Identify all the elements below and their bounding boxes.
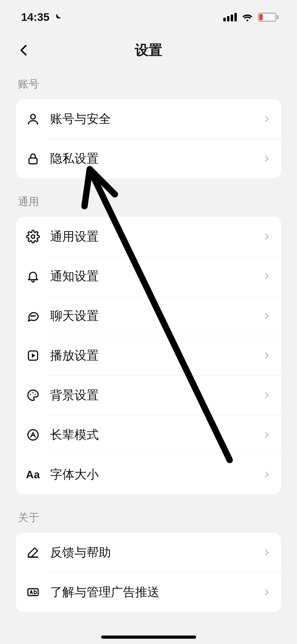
- home-indicator: [101, 636, 196, 639]
- settings-content: 账号 账号与安全 隐私设置 通用 通用设置: [0, 66, 297, 612]
- chevron-right-icon: [263, 352, 271, 359]
- chevron-right-icon: [263, 471, 271, 478]
- section-card-account: 账号与安全 隐私设置: [16, 99, 281, 178]
- section-card-about: 反馈与帮助 了解与管理广告推送: [16, 533, 281, 612]
- row-label: 通知设置: [50, 268, 263, 284]
- row-account-security[interactable]: 账号与安全: [16, 99, 281, 139]
- chevron-right-icon: [263, 312, 271, 320]
- section-header-about: 关于: [16, 494, 281, 533]
- row-label: 通用设置: [50, 228, 263, 245]
- svg-point-3: [31, 316, 31, 316]
- ad-icon: [24, 585, 42, 599]
- svg-point-8: [32, 392, 34, 393]
- svg-point-2: [31, 235, 35, 238]
- row-label: 了解与管理广告推送: [50, 584, 263, 600]
- row-label: 背景设置: [50, 387, 263, 403]
- row-label: 字体大小: [50, 466, 263, 483]
- palette-icon: [24, 388, 42, 402]
- status-left: 14:35: [21, 11, 62, 24]
- row-label: 聊天设置: [50, 308, 263, 324]
- status-right: 17: [223, 13, 279, 22]
- back-button[interactable]: [16, 42, 32, 58]
- pencil-icon: [24, 546, 42, 559]
- row-label: 长辈模式: [50, 427, 263, 443]
- row-general-settings[interactable]: 通用设置: [16, 217, 281, 256]
- status-time: 14:35: [21, 11, 49, 24]
- row-font-size[interactable]: Aa 字体大小: [16, 455, 281, 494]
- chevron-right-icon: [263, 273, 271, 280]
- svg-point-10: [28, 430, 38, 440]
- svg-point-4: [33, 316, 33, 316]
- row-ad-management[interactable]: 了解与管理广告推送: [16, 572, 281, 612]
- svg-point-9: [35, 394, 36, 395]
- row-label: 反馈与帮助: [50, 544, 263, 561]
- battery-icon: 17: [258, 13, 279, 22]
- section-header-general: 通用: [16, 178, 281, 217]
- row-elder-mode[interactable]: 长辈模式: [16, 415, 281, 455]
- page-title: 设置: [135, 41, 162, 59]
- gear-icon: [24, 230, 42, 243]
- row-label: 账号与安全: [50, 111, 263, 127]
- svg-point-5: [34, 316, 35, 316]
- bell-icon: [24, 269, 42, 283]
- svg-point-0: [31, 114, 35, 119]
- row-label: 播放设置: [50, 347, 263, 364]
- row-playback-settings[interactable]: 播放设置: [16, 336, 281, 375]
- chevron-right-icon: [263, 155, 271, 162]
- section-card-general: 通用设置 通知设置 聊天设置 播放设置: [16, 217, 281, 494]
- row-feedback-help[interactable]: 反馈与帮助: [16, 533, 281, 572]
- moon-icon: [53, 13, 62, 22]
- chevron-left-icon: [18, 44, 30, 56]
- cellular-signal-icon: [223, 13, 237, 21]
- wifi-icon: [242, 13, 253, 22]
- row-privacy[interactable]: 隐私设置: [16, 139, 281, 178]
- user-icon: [24, 112, 42, 126]
- elder-mode-icon: [24, 428, 42, 442]
- lock-icon: [24, 152, 42, 165]
- chevron-right-icon: [263, 549, 271, 556]
- battery-percent: 17: [264, 14, 270, 21]
- status-bar: 14:35 17: [0, 0, 297, 34]
- nav-bar: 设置: [0, 34, 297, 66]
- svg-point-7: [30, 394, 31, 395]
- section-header-account: 账号: [16, 66, 281, 99]
- chevron-right-icon: [263, 115, 271, 123]
- row-background-settings[interactable]: 背景设置: [16, 375, 281, 415]
- row-notification-settings[interactable]: 通知设置: [16, 256, 281, 296]
- chevron-right-icon: [263, 431, 271, 439]
- svg-rect-1: [29, 158, 37, 164]
- row-chat-settings[interactable]: 聊天设置: [16, 296, 281, 336]
- chevron-right-icon: [263, 392, 271, 399]
- row-label: 隐私设置: [50, 150, 263, 167]
- chevron-right-icon: [263, 233, 271, 240]
- play-icon: [24, 349, 42, 362]
- font-size-icon: Aa: [24, 469, 42, 481]
- charging-icon: [270, 14, 274, 20]
- chat-icon: [24, 309, 42, 323]
- chevron-right-icon: [263, 588, 271, 596]
